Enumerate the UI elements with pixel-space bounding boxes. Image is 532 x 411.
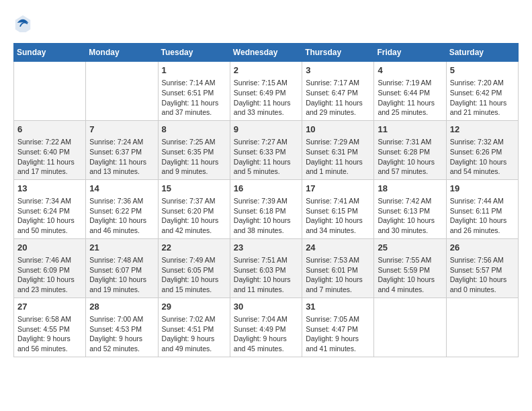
day-number: 16 bbox=[234, 183, 298, 195]
day-info: Sunrise: 7:24 AM Sunset: 6:37 PM Dayligh… bbox=[89, 137, 154, 177]
day-number: 21 bbox=[89, 242, 154, 254]
calendar-cell bbox=[86, 62, 158, 121]
day-info: Sunrise: 7:04 AM Sunset: 4:49 PM Dayligh… bbox=[234, 314, 298, 354]
calendar-cell: 9Sunrise: 7:27 AM Sunset: 6:33 PM Daylig… bbox=[230, 120, 302, 179]
day-info: Sunrise: 7:56 AM Sunset: 5:57 PM Dayligh… bbox=[450, 255, 515, 295]
day-info: Sunrise: 7:31 AM Sunset: 6:28 PM Dayligh… bbox=[378, 137, 442, 177]
day-number: 9 bbox=[234, 124, 298, 136]
day-number: 24 bbox=[306, 242, 370, 254]
day-info: Sunrise: 7:05 AM Sunset: 4:47 PM Dayligh… bbox=[306, 314, 370, 354]
day-info: Sunrise: 7:36 AM Sunset: 6:22 PM Dayligh… bbox=[89, 196, 154, 236]
page-header bbox=[13, 13, 519, 32]
day-info: Sunrise: 7:00 AM Sunset: 4:53 PM Dayligh… bbox=[89, 314, 154, 354]
header-row: SundayMondayTuesdayWednesdayThursdayFrid… bbox=[14, 44, 519, 62]
header-tuesday: Tuesday bbox=[158, 44, 230, 62]
day-number: 26 bbox=[450, 242, 515, 254]
calendar-header: SundayMondayTuesdayWednesdayThursdayFrid… bbox=[14, 44, 519, 62]
week-row-1: 1Sunrise: 7:14 AM Sunset: 6:51 PM Daylig… bbox=[14, 62, 519, 121]
day-info: Sunrise: 7:44 AM Sunset: 6:11 PM Dayligh… bbox=[450, 196, 515, 236]
calendar-cell: 23Sunrise: 7:51 AM Sunset: 6:03 PM Dayli… bbox=[230, 238, 302, 298]
day-info: Sunrise: 7:39 AM Sunset: 6:18 PM Dayligh… bbox=[234, 196, 298, 236]
calendar-cell: 2Sunrise: 7:15 AM Sunset: 6:49 PM Daylig… bbox=[230, 62, 302, 121]
calendar-cell: 30Sunrise: 7:04 AM Sunset: 4:49 PM Dayli… bbox=[230, 298, 302, 357]
day-info: Sunrise: 7:53 AM Sunset: 6:01 PM Dayligh… bbox=[306, 255, 370, 295]
day-info: Sunrise: 7:46 AM Sunset: 6:09 PM Dayligh… bbox=[17, 255, 82, 295]
day-info: Sunrise: 7:41 AM Sunset: 6:15 PM Dayligh… bbox=[306, 196, 370, 236]
calendar-cell: 13Sunrise: 7:34 AM Sunset: 6:24 PM Dayli… bbox=[14, 179, 86, 238]
header-wednesday: Wednesday bbox=[230, 44, 302, 62]
logo-icon bbox=[13, 13, 32, 32]
calendar-cell: 8Sunrise: 7:25 AM Sunset: 6:35 PM Daylig… bbox=[158, 120, 230, 179]
day-info: Sunrise: 7:29 AM Sunset: 6:31 PM Dayligh… bbox=[306, 137, 370, 177]
calendar-cell: 22Sunrise: 7:49 AM Sunset: 6:05 PM Dayli… bbox=[158, 238, 230, 298]
week-row-5: 27Sunrise: 6:58 AM Sunset: 4:55 PM Dayli… bbox=[14, 298, 519, 357]
week-row-3: 13Sunrise: 7:34 AM Sunset: 6:24 PM Dayli… bbox=[14, 179, 519, 238]
day-number: 18 bbox=[378, 183, 442, 195]
day-info: Sunrise: 6:58 AM Sunset: 4:55 PM Dayligh… bbox=[17, 314, 82, 354]
header-saturday: Saturday bbox=[446, 44, 518, 62]
calendar-cell: 5Sunrise: 7:20 AM Sunset: 6:42 PM Daylig… bbox=[446, 62, 518, 121]
svg-marker-0 bbox=[15, 15, 30, 32]
calendar-cell bbox=[374, 298, 446, 357]
day-info: Sunrise: 7:17 AM Sunset: 6:47 PM Dayligh… bbox=[306, 78, 370, 118]
calendar-cell: 3Sunrise: 7:17 AM Sunset: 6:47 PM Daylig… bbox=[302, 62, 374, 121]
calendar-cell: 28Sunrise: 7:00 AM Sunset: 4:53 PM Dayli… bbox=[86, 298, 158, 357]
day-info: Sunrise: 7:19 AM Sunset: 6:44 PM Dayligh… bbox=[378, 78, 442, 118]
calendar-cell: 19Sunrise: 7:44 AM Sunset: 6:11 PM Dayli… bbox=[446, 179, 518, 238]
day-info: Sunrise: 7:55 AM Sunset: 5:59 PM Dayligh… bbox=[378, 255, 442, 295]
day-number: 6 bbox=[17, 124, 82, 136]
calendar-body: 1Sunrise: 7:14 AM Sunset: 6:51 PM Daylig… bbox=[14, 62, 519, 357]
day-number: 11 bbox=[378, 124, 442, 136]
day-number: 12 bbox=[450, 124, 515, 136]
calendar-cell: 31Sunrise: 7:05 AM Sunset: 4:47 PM Dayli… bbox=[302, 298, 374, 357]
calendar-cell: 15Sunrise: 7:37 AM Sunset: 6:20 PM Dayli… bbox=[158, 179, 230, 238]
day-info: Sunrise: 7:49 AM Sunset: 6:05 PM Dayligh… bbox=[162, 255, 226, 295]
day-info: Sunrise: 7:14 AM Sunset: 6:51 PM Dayligh… bbox=[162, 78, 226, 118]
day-number: 27 bbox=[17, 301, 82, 313]
calendar-cell: 14Sunrise: 7:36 AM Sunset: 6:22 PM Dayli… bbox=[86, 179, 158, 238]
calendar-cell bbox=[14, 62, 86, 121]
calendar-cell: 16Sunrise: 7:39 AM Sunset: 6:18 PM Dayli… bbox=[230, 179, 302, 238]
day-number: 15 bbox=[162, 183, 226, 195]
calendar-cell: 6Sunrise: 7:22 AM Sunset: 6:40 PM Daylig… bbox=[14, 120, 86, 179]
week-row-4: 20Sunrise: 7:46 AM Sunset: 6:09 PM Dayli… bbox=[14, 238, 519, 298]
header-friday: Friday bbox=[374, 44, 446, 62]
day-number: 10 bbox=[306, 124, 370, 136]
logo bbox=[13, 13, 35, 32]
day-number: 28 bbox=[89, 301, 154, 313]
calendar-cell: 17Sunrise: 7:41 AM Sunset: 6:15 PM Dayli… bbox=[302, 179, 374, 238]
day-number: 19 bbox=[450, 183, 515, 195]
day-number: 13 bbox=[17, 183, 82, 195]
day-info: Sunrise: 7:20 AM Sunset: 6:42 PM Dayligh… bbox=[450, 78, 515, 118]
calendar-table: SundayMondayTuesdayWednesdayThursdayFrid… bbox=[13, 43, 519, 357]
day-number: 3 bbox=[306, 64, 370, 77]
day-number: 31 bbox=[306, 301, 370, 313]
day-info: Sunrise: 7:32 AM Sunset: 6:26 PM Dayligh… bbox=[450, 137, 515, 177]
calendar-cell: 1Sunrise: 7:14 AM Sunset: 6:51 PM Daylig… bbox=[158, 62, 230, 121]
day-number: 1 bbox=[162, 64, 226, 77]
day-info: Sunrise: 7:27 AM Sunset: 6:33 PM Dayligh… bbox=[234, 137, 298, 177]
header-sunday: Sunday bbox=[14, 44, 86, 62]
day-info: Sunrise: 7:34 AM Sunset: 6:24 PM Dayligh… bbox=[17, 196, 82, 236]
day-number: 25 bbox=[378, 242, 442, 254]
day-number: 29 bbox=[162, 301, 226, 313]
calendar-cell: 29Sunrise: 7:02 AM Sunset: 4:51 PM Dayli… bbox=[158, 298, 230, 357]
calendar-cell: 18Sunrise: 7:42 AM Sunset: 6:13 PM Dayli… bbox=[374, 179, 446, 238]
calendar-cell: 26Sunrise: 7:56 AM Sunset: 5:57 PM Dayli… bbox=[446, 238, 518, 298]
header-thursday: Thursday bbox=[302, 44, 374, 62]
day-number: 23 bbox=[234, 242, 298, 254]
calendar-cell: 10Sunrise: 7:29 AM Sunset: 6:31 PM Dayli… bbox=[302, 120, 374, 179]
header-monday: Monday bbox=[86, 44, 158, 62]
day-number: 5 bbox=[450, 64, 515, 77]
calendar-cell: 25Sunrise: 7:55 AM Sunset: 5:59 PM Dayli… bbox=[374, 238, 446, 298]
day-number: 8 bbox=[162, 124, 226, 136]
calendar-cell: 24Sunrise: 7:53 AM Sunset: 6:01 PM Dayli… bbox=[302, 238, 374, 298]
day-number: 4 bbox=[378, 64, 442, 77]
day-number: 2 bbox=[234, 64, 298, 77]
day-info: Sunrise: 7:51 AM Sunset: 6:03 PM Dayligh… bbox=[234, 255, 298, 295]
calendar-cell: 20Sunrise: 7:46 AM Sunset: 6:09 PM Dayli… bbox=[14, 238, 86, 298]
day-number: 7 bbox=[89, 124, 154, 136]
calendar-cell: 4Sunrise: 7:19 AM Sunset: 6:44 PM Daylig… bbox=[374, 62, 446, 121]
day-number: 14 bbox=[89, 183, 154, 195]
day-info: Sunrise: 7:25 AM Sunset: 6:35 PM Dayligh… bbox=[162, 137, 226, 177]
